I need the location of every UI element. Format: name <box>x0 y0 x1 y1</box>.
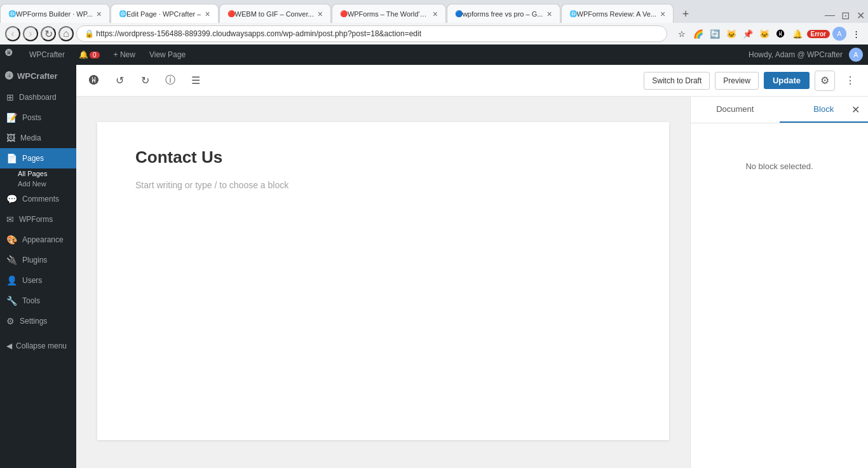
reload-button[interactable]: ↻ <box>41 26 56 41</box>
sidebar-label-wpforms: WPForms <box>19 215 53 224</box>
info-button[interactable]: ⓘ <box>160 71 180 91</box>
star-icon[interactable]: ☆ <box>675 27 689 41</box>
extension-icon-1[interactable]: 🐱 <box>724 27 738 41</box>
color-icon[interactable]: 🌈 <box>691 27 705 41</box>
sidebar-item-posts[interactable]: 📝 Posts <box>0 107 76 128</box>
undo-button[interactable]: ↺ <box>109 71 130 91</box>
redo-button[interactable]: ↻ <box>135 71 155 91</box>
tab-document[interactable]: Document <box>691 97 780 123</box>
plugins-icon: 🔌 <box>6 255 17 265</box>
page-title[interactable]: Contact Us <box>135 148 631 167</box>
wp-main: 🅦 ↺ ↻ ⓘ ☰ Switch to Draft Preview Update… <box>76 65 868 468</box>
close-panel-button[interactable]: ✕ <box>848 102 863 118</box>
tools-menu-button[interactable]: ☰ <box>186 71 206 91</box>
extension-icon-3[interactable]: 🐱 <box>757 27 771 41</box>
tab-close-6[interactable]: × <box>660 10 665 18</box>
editor-toolbar: 🅦 ↺ ↻ ⓘ ☰ Switch to Draft Preview Update… <box>76 65 868 97</box>
lock-icon: 🔒 <box>85 29 94 38</box>
notification-count: 0 <box>90 52 100 59</box>
bell-icon: 🔔 <box>79 50 88 59</box>
dashboard-icon: ⊞ <box>6 92 14 102</box>
sidebar-collapse[interactable]: ◀ Collapse menu <box>0 336 76 355</box>
browser-tab-5[interactable]: 🔵 wpforms free vs pro – G... × <box>447 4 560 23</box>
maximize-button[interactable]: ⊡ <box>837 8 853 23</box>
editor-logo-button[interactable]: 🅦 <box>84 71 104 91</box>
address-input[interactable]: 🔒 https://wordpress-156488-889399.cloudw… <box>76 25 667 42</box>
sidebar-item-wpforms[interactable]: ✉ WPForms <box>0 209 76 230</box>
sidebar-sub-all-pages[interactable]: All Pages <box>0 169 76 179</box>
sidebar-item-settings[interactable]: ⚙ Settings <box>0 311 76 331</box>
browser-tab-6[interactable]: 🌐 WPForms Review: A Ve... × <box>561 4 674 23</box>
pages-icon: 📄 <box>6 153 17 163</box>
sidebar-item-plugins[interactable]: 🔌 Plugins <box>0 250 76 270</box>
tab-favicon-3: 🔴 <box>227 10 235 17</box>
right-panel: Document Block ✕ No block selected. <box>690 97 868 468</box>
back-button[interactable]: ‹ <box>5 26 20 41</box>
close-browser-button[interactable]: ✕ <box>853 8 868 23</box>
wp-layout: 🅦 WPCrafter ⊞ Dashboard 📝 Posts 🖼 Media … <box>0 65 868 468</box>
extension-icon-2[interactable]: 📌 <box>741 27 755 41</box>
tab-title-1: WPForms Builder · WP... <box>16 10 93 18</box>
address-text: https://wordpress-156488-889399.cloudway… <box>96 29 421 38</box>
error-badge[interactable]: Error <box>807 30 830 38</box>
browser-tab-4[interactable]: 🔴 WPForms – The World'S... × <box>332 4 446 23</box>
menu-icon[interactable]: ⋮ <box>849 27 863 41</box>
admin-bar-view-page[interactable]: View Page <box>143 45 192 65</box>
forward-button[interactable]: › <box>23 26 38 41</box>
admin-bar-site-name[interactable]: WPCrafter <box>23 45 71 65</box>
sidebar-label-settings: Settings <box>20 317 47 326</box>
tab-title-5: wpforms free vs pro – G... <box>463 10 543 18</box>
tab-close-3[interactable]: × <box>318 10 323 18</box>
browser-tab-3[interactable]: 🔴 WEBM to GIF – Conver... × <box>219 4 331 23</box>
sidebar-brand[interactable]: 🅦 WPCrafter <box>0 65 76 87</box>
refresh-icon[interactable]: 🔄 <box>708 27 722 41</box>
switch-draft-button[interactable]: Switch to Draft <box>644 72 710 90</box>
browser-address-bar-row: ‹ › ↻ ⌂ 🔒 https://wordpress-156488-88939… <box>0 23 868 45</box>
extension-icon-4[interactable]: 🅦 <box>774 27 788 41</box>
block-placeholder[interactable]: Start writing or type / to choose a bloc… <box>135 180 631 190</box>
editor-canvas: Contact Us Start writing or type / to ch… <box>97 122 669 440</box>
update-button[interactable]: Update <box>764 72 810 89</box>
sidebar-item-appearance[interactable]: 🎨 Appearance <box>0 230 76 250</box>
posts-icon: 📝 <box>6 113 17 123</box>
media-icon: 🖼 <box>6 133 15 143</box>
tab-close-5[interactable]: × <box>546 10 552 18</box>
browser-tabs: 🌐 WPForms Builder · WP... × 🌐 Edit Page … <box>0 0 868 23</box>
browser-tab-1[interactable]: 🌐 WPForms Builder · WP... × <box>0 4 110 23</box>
sidebar-item-media[interactable]: 🖼 Media <box>0 128 76 148</box>
sidebar-label-pages: Pages <box>22 154 44 163</box>
settings-toggle-button[interactable]: ⚙ <box>815 71 835 91</box>
sidebar-label-appearance: Appearance <box>22 235 64 244</box>
sidebar-label-dashboard: Dashboard <box>19 93 57 102</box>
tab-close-4[interactable]: × <box>433 10 438 18</box>
home-button[interactable]: ⌂ <box>58 26 74 41</box>
howdy-text: Howdy, Adam @ WPCrafter <box>749 50 843 59</box>
admin-bar-new[interactable]: + New <box>107 45 142 65</box>
sidebar-item-users[interactable]: 👤 Users <box>0 270 76 291</box>
sidebar-item-comments[interactable]: 💬 Comments <box>0 189 76 209</box>
wp-site-icon: 🅦 <box>5 71 13 81</box>
minimize-button[interactable]: — <box>822 8 837 23</box>
notification-icon[interactable]: 🔔 <box>790 27 804 41</box>
toolbar-right: Switch to Draft Preview Update ⚙ ⋮ <box>644 71 860 91</box>
toolbar-left: 🅦 ↺ ↻ ⓘ ☰ <box>84 71 206 91</box>
appearance-icon: 🎨 <box>6 235 17 245</box>
sidebar-item-dashboard[interactable]: ⊞ Dashboard <box>0 87 76 107</box>
tab-close-2[interactable]: × <box>205 10 210 18</box>
profile-avatar[interactable]: A <box>832 27 846 41</box>
sidebar-label-posts: Posts <box>22 113 41 122</box>
sidebar-item-tools[interactable]: 🔧 Tools <box>0 291 76 311</box>
sidebar-item-pages[interactable]: 📄 Pages <box>0 148 76 169</box>
tab-favicon-1: 🌐 <box>8 10 16 17</box>
right-panel-tabs: Document Block ✕ <box>691 97 868 123</box>
tab-close-1[interactable]: × <box>97 10 102 18</box>
browser-chrome: 🌐 WPForms Builder · WP... × 🌐 Edit Page … <box>0 0 868 45</box>
admin-avatar[interactable]: A <box>849 48 863 62</box>
admin-bar-notifications[interactable]: 🔔 0 <box>72 45 106 65</box>
browser-tab-2[interactable]: 🌐 Edit Page · WPCrafter – × <box>111 4 219 23</box>
preview-button[interactable]: Preview <box>715 72 759 90</box>
wpforms-icon: ✉ <box>6 214 14 224</box>
new-tab-button[interactable]: + <box>677 5 695 23</box>
more-options-button[interactable]: ⋮ <box>840 71 860 91</box>
sidebar-sub-add-new[interactable]: Add New <box>0 179 76 189</box>
